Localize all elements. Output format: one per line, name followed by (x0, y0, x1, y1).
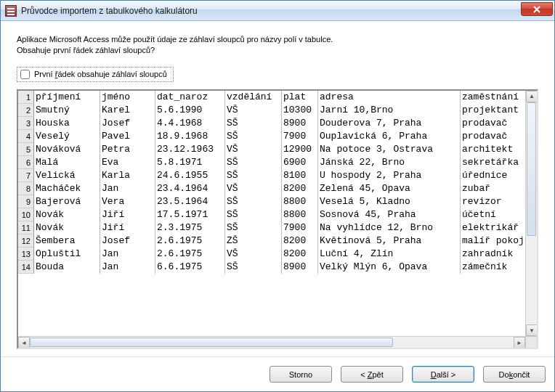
cell: prodavač (460, 130, 532, 143)
cell: jméno (100, 91, 155, 104)
row-number: 8 (18, 182, 34, 195)
horizontal-scrollbar[interactable]: ◄ ► (18, 336, 525, 348)
first-row-headers-label: První řádek obsahuje záhlaví sloupců (34, 70, 167, 78)
row-number: 9 (18, 195, 34, 208)
table-row[interactable]: 1příjmeníjménodat_narozvzděláníplatadres… (18, 91, 537, 104)
cell: SŠ (224, 221, 281, 234)
cell: zámečník (460, 261, 532, 274)
wizard-window: Průvodce importem z tabulkového kalkulát… (0, 0, 555, 392)
cell: 23.12.1963 (155, 143, 224, 156)
cell: příjmení (34, 91, 100, 104)
cell: Josef (100, 234, 155, 248)
cell: Jarní 10,Brno (317, 104, 460, 117)
cell: Luční 4, Zlín (317, 248, 460, 261)
cell: Petra (100, 143, 155, 156)
row-number: 10 (18, 208, 34, 221)
cell: SŠ (224, 117, 281, 130)
cell: 23.4.1964 (155, 182, 224, 195)
vscroll-thumb[interactable] (527, 102, 536, 236)
scroll-left-icon[interactable]: ◄ (18, 337, 30, 348)
cell: Jiří (100, 221, 155, 234)
cell: 24.6.1955 (155, 169, 224, 182)
cell: Jan (100, 248, 155, 261)
row-number: 7 (18, 169, 34, 182)
cell: 8200 (281, 234, 317, 248)
cell: Jan (100, 261, 155, 274)
vscroll-track[interactable] (526, 102, 537, 324)
cell: 2.6.1975 (155, 234, 224, 248)
table-row[interactable]: 2SmutnýKarel5.6.1990VŠ10300Jarní 10,Brno… (18, 104, 537, 117)
cell: 18.9.1968 (155, 130, 224, 143)
cell: zubař (460, 182, 532, 195)
table-row[interactable]: 10NovákJiří17.5.1971SŠ8800Sosnová 45, Pr… (18, 208, 537, 221)
cell: adresa (317, 91, 460, 104)
close-icon (533, 6, 540, 13)
cell: Jánská 22, Brno (317, 156, 460, 169)
close-button[interactable] (521, 2, 553, 16)
next-button[interactable]: Další > (412, 366, 474, 383)
grid-body: 1příjmeníjménodat_narozvzděláníplatadres… (18, 91, 537, 274)
scroll-down-icon[interactable]: ▼ (526, 324, 538, 336)
cell: SŠ (224, 195, 281, 208)
button-row: Storno < Zpět Další > Dokončit (1, 356, 554, 391)
cell: 8900 (281, 261, 317, 274)
table-row[interactable]: 8MacháčekJan23.4.1964VŠ8200Zelená 45, Op… (18, 182, 537, 195)
cell: 7900 (281, 221, 317, 234)
cell: sekretářka (460, 156, 532, 169)
hscroll-thumb[interactable] (30, 338, 393, 347)
cell: Nováková (34, 143, 100, 156)
table-row[interactable]: 3HouskaJosef4.4.1968SŠ8900Douderova 7, P… (18, 117, 537, 130)
window-title: Průvodce importem z tabulkového kalkulát… (21, 6, 198, 16)
cell: 23.5.1964 (155, 195, 224, 208)
cell: Veselý (34, 130, 100, 143)
table-row[interactable]: 11NovákJiří2.3.1975SŠ7900Na vyhlídce 12,… (18, 221, 537, 234)
back-button[interactable]: < Zpět (341, 366, 403, 383)
table-row[interactable]: 4VeselýPavel18.9.1968SŠ7900Ouplavická 6,… (18, 130, 537, 143)
cell: SŠ (224, 208, 281, 221)
cell: Vera (100, 195, 155, 208)
cell: VŠ (224, 104, 281, 117)
table-row[interactable]: 12ŠemberaJosef2.6.1975ZŠ8200Květinová 5,… (18, 234, 537, 248)
scroll-up-icon[interactable]: ▲ (526, 91, 538, 102)
table-row[interactable]: 13OpluštilJan2.6.1975VŠ8200Luční 4, Zlín… (18, 248, 537, 261)
first-row-headers-option[interactable]: První řádek obsahuje záhlaví sloupců (17, 67, 174, 82)
cell: VŠ (224, 248, 281, 261)
app-icon (5, 5, 17, 17)
hscroll-track[interactable] (30, 337, 514, 348)
table-row[interactable]: 7VelickáKarla24.6.1955SŠ8100U hospody 2,… (18, 169, 537, 182)
vertical-scrollbar[interactable]: ▲ ▼ (525, 91, 537, 336)
cell: VŠ (224, 143, 281, 156)
table-row[interactable]: 14BoudaJan6.6.1975SŠ8900Velký Mlýn 6, Op… (18, 261, 537, 274)
finish-button[interactable]: Dokončit (483, 366, 546, 383)
cell: Velký Mlýn 6, Opava (317, 261, 460, 274)
cell: účetní (460, 208, 532, 221)
cell: VŠ (224, 182, 281, 195)
first-row-headers-checkbox[interactable] (20, 70, 30, 79)
row-number: 1 (18, 91, 34, 104)
cell: 6.6.1975 (155, 261, 224, 274)
cell: zaměstnání (460, 91, 532, 104)
cell: Macháček (34, 182, 100, 195)
cell: Douderova 7, Praha (317, 117, 460, 130)
cell: Jan (100, 182, 155, 195)
scroll-right-icon[interactable]: ► (514, 337, 525, 348)
table-row[interactable]: 9BajerováVera23.5.1964SŠ8800Veselá 5, Kl… (18, 195, 537, 208)
cancel-button[interactable]: Storno (270, 366, 332, 383)
cell: Houska (34, 117, 100, 130)
instruction-line-2: Obsahuje první řádek záhlaví sloupců? (17, 45, 538, 56)
cell: 6900 (281, 156, 317, 169)
cell: ZŠ (224, 234, 281, 248)
row-number: 11 (18, 221, 34, 234)
cell: SŠ (224, 261, 281, 274)
cell: Ouplavická 6, Praha (317, 130, 460, 143)
cell: 2.3.1975 (155, 221, 224, 234)
cell: úřednice (460, 169, 532, 182)
cell: zahradník (460, 248, 532, 261)
table-row[interactable]: 5NovákováPetra23.12.1963VŠ12900Na potoce… (18, 143, 537, 156)
cell: Na potoce 3, Ostrava (317, 143, 460, 156)
cell: 5.6.1990 (155, 104, 224, 117)
cell: elektrikář (460, 221, 532, 234)
cell: SŠ (224, 130, 281, 143)
cell: 8200 (281, 182, 317, 195)
table-row[interactable]: 6MaláEva5.8.1971SŠ6900Jánská 22, Brnosek… (18, 156, 537, 169)
